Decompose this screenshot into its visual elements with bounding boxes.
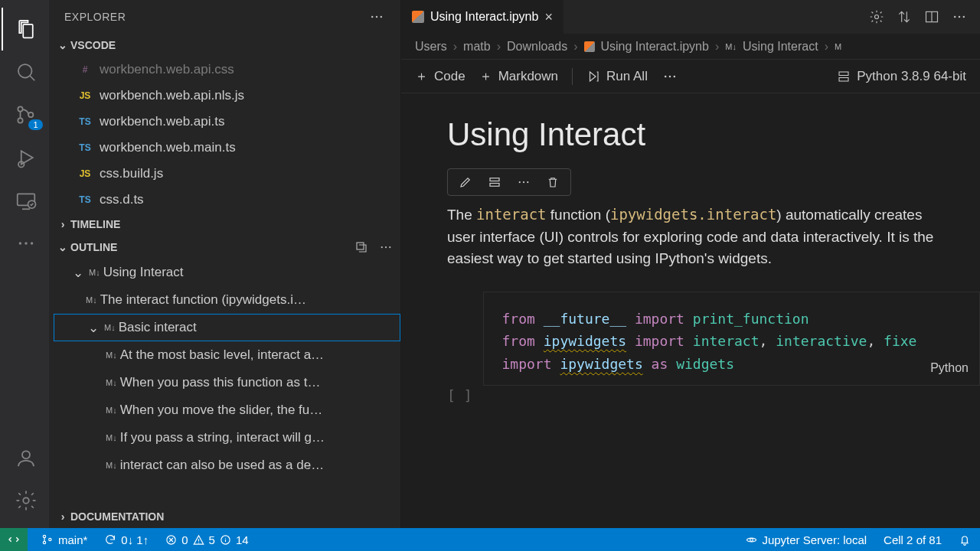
outline-item[interactable]: M↓If you pass a string, interact will g… xyxy=(54,424,400,452)
breadcrumb-item[interactable]: Users xyxy=(415,40,447,54)
outline-item[interactable]: M↓When you move the slider, the fu… xyxy=(54,396,400,424)
breadcrumb[interactable]: Users› matb› Downloads› Using Interact.i… xyxy=(401,34,980,60)
svg-point-19 xyxy=(875,15,879,19)
svg-rect-15 xyxy=(357,243,364,249)
problems-indicator[interactable]: 0 5 14 xyxy=(162,533,251,546)
file-row[interactable]: TScss.d.ts xyxy=(77,187,400,213)
svg-point-25 xyxy=(669,75,671,77)
explorer-activity[interactable] xyxy=(5,8,47,51)
explorer-sidebar: EXPLORER ⌄ VSCODE #workbench.web.api.css… xyxy=(49,0,401,528)
section-timeline[interactable]: › TIMELINE xyxy=(49,213,400,236)
outline-item[interactable]: M↓interact can also be used as a de… xyxy=(54,452,400,479)
breadcrumb-item[interactable]: Using Interact.ipynb xyxy=(601,40,709,54)
run-debug-activity[interactable] xyxy=(5,136,47,179)
outline-label: Using Interact xyxy=(103,265,184,280)
notifications-icon[interactable] xyxy=(956,533,974,546)
svg-point-13 xyxy=(376,16,378,18)
file-row[interactable]: TSworkbench.web.api.ts xyxy=(77,109,400,135)
outline-item[interactable]: ⌄M↓Basic interact xyxy=(54,314,400,341)
file-type-icon: TS xyxy=(77,142,93,153)
svg-point-3 xyxy=(28,112,33,117)
breadcrumb-item[interactable]: matb xyxy=(463,40,491,54)
chevron-down-icon: ⌄ xyxy=(55,241,70,253)
file-list: #workbench.web.api.css JSworkbench.web.a… xyxy=(49,57,400,213)
jupyter-server[interactable]: Jupyter Server: local xyxy=(743,533,870,546)
outline-item[interactable]: ⌄M↓Using Interact xyxy=(54,259,400,286)
tab-notebook[interactable]: Using Interact.ipynb × xyxy=(401,0,564,34)
markdown-icon: M↓ xyxy=(106,350,117,360)
scm-activity[interactable]: 1 xyxy=(5,93,47,136)
notebook-toolbar: ＋Code ＋Markdown Run All Python 3.8.9 64-… xyxy=(401,60,980,93)
more-icon[interactable] xyxy=(515,174,532,191)
svg-rect-29 xyxy=(490,178,499,181)
section-label: VSCODE xyxy=(70,39,116,51)
more-icon[interactable] xyxy=(377,239,394,256)
file-row[interactable]: #workbench.web.api.css xyxy=(77,57,400,83)
more-icon[interactable] xyxy=(951,8,968,25)
search-activity[interactable] xyxy=(5,51,47,93)
code-cell[interactable]: [ ] from __future__ import print_functio… xyxy=(447,292,980,403)
outline-label: At the most basic level, interact a… xyxy=(120,347,324,363)
svg-point-24 xyxy=(665,75,667,77)
git-branch[interactable]: main* xyxy=(38,533,90,546)
svg-point-33 xyxy=(527,181,528,183)
notebook-icon xyxy=(412,11,424,23)
markdown-icon: M↓ xyxy=(106,461,117,470)
account-activity[interactable] xyxy=(5,436,47,479)
breadcrumb-item[interactable]: Using Interact xyxy=(743,40,818,54)
delete-icon[interactable] xyxy=(544,174,561,191)
outline-label: interact can also be used as a de… xyxy=(120,458,325,473)
close-icon[interactable]: × xyxy=(544,9,553,25)
outline-item[interactable]: M↓When you pass this function as t… xyxy=(54,369,400,396)
section-label: OUTLINE xyxy=(70,241,117,253)
button-label: Run All xyxy=(606,69,648,84)
edit-icon[interactable] xyxy=(457,174,474,191)
remote-indicator[interactable] xyxy=(0,528,28,551)
svg-point-34 xyxy=(43,535,45,537)
more-icon[interactable] xyxy=(368,8,385,25)
diff-icon[interactable] xyxy=(896,8,913,25)
git-sync[interactable]: 0↓ 1↑ xyxy=(101,533,152,546)
kernel-selector[interactable]: Python 3.8.9 64-bit xyxy=(837,69,966,84)
more-activity[interactable] xyxy=(5,222,47,265)
add-markdown-button[interactable]: ＋Markdown xyxy=(479,67,558,85)
file-row[interactable]: JScss.build.js xyxy=(77,161,400,187)
outline-label: If you pass a string, interact will g… xyxy=(120,430,325,445)
breadcrumb-item[interactable]: Downloads xyxy=(507,40,567,54)
section-vscode[interactable]: ⌄ VSCODE xyxy=(49,34,400,57)
remote-activity[interactable] xyxy=(5,179,47,222)
outline-item[interactable]: M↓The interact function (ipywidgets.i… xyxy=(54,286,400,314)
markdown-icon: M↓ xyxy=(104,323,116,332)
notebook-body[interactable]: Using Interact The interact function (ip… xyxy=(401,93,980,528)
branch-label: main* xyxy=(58,533,87,546)
svg-rect-27 xyxy=(839,72,848,76)
outline-item[interactable]: M↓At the most basic level, interact a… xyxy=(54,341,400,369)
cell-position[interactable]: Cell 2 of 81 xyxy=(880,533,945,546)
run-all-button[interactable]: Run All xyxy=(586,69,648,84)
add-code-button[interactable]: ＋Code xyxy=(415,67,466,85)
file-type-icon: JS xyxy=(77,168,93,179)
file-row[interactable]: TSworkbench.web.main.ts xyxy=(77,135,400,161)
file-name: css.d.ts xyxy=(100,192,144,207)
code-block[interactable]: from __future__ import print_function fr… xyxy=(483,292,980,386)
more-icon[interactable] xyxy=(662,68,678,85)
kernel-label: Python 3.8.9 64-bit xyxy=(857,69,966,84)
file-name: workbench.web.api.css xyxy=(100,62,234,77)
collapse-all-icon[interactable] xyxy=(353,239,370,256)
code-language-label[interactable]: Python xyxy=(930,358,969,378)
svg-point-21 xyxy=(954,16,956,18)
button-label: Markdown xyxy=(498,69,558,84)
chevron-right-icon: › xyxy=(55,510,70,523)
svg-point-17 xyxy=(385,246,387,248)
svg-point-16 xyxy=(381,246,383,248)
markdown-icon: M↓ xyxy=(106,406,117,415)
section-outline[interactable]: ⌄ OUTLINE xyxy=(49,236,400,259)
split-cell-icon[interactable] xyxy=(486,174,503,191)
warning-count: 5 xyxy=(209,533,215,546)
file-type-icon: # xyxy=(77,64,93,75)
section-documentation[interactable]: › DOCUMENTATION xyxy=(49,505,400,528)
file-row[interactable]: JSworkbench.web.api.nls.js xyxy=(77,83,400,109)
configure-icon[interactable] xyxy=(868,8,885,25)
settings-activity[interactable] xyxy=(5,479,47,522)
split-icon[interactable] xyxy=(923,8,940,25)
